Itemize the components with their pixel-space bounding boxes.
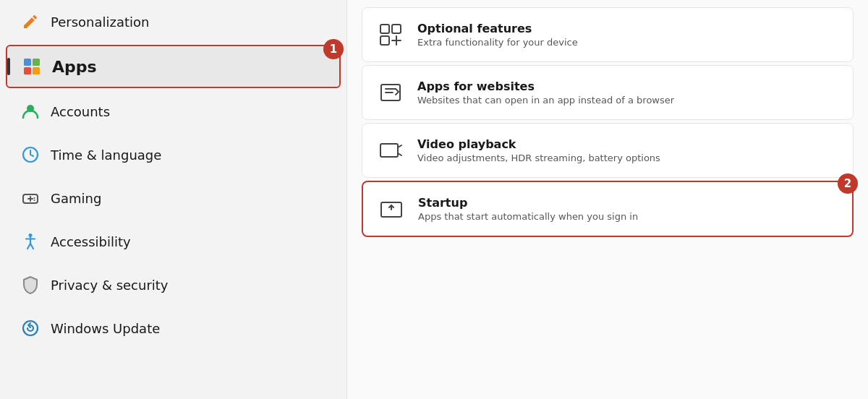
startup-title: Startup — [418, 196, 638, 210]
content-item-video-playback[interactable]: Video playback Video adjustments, HDR st… — [362, 123, 854, 178]
svg-point-10 — [34, 200, 35, 201]
svg-rect-23 — [380, 144, 398, 157]
sidebar-item-accounts[interactable]: Accounts — [6, 91, 341, 132]
sidebar-item-accessibility[interactable]: Accessibility — [6, 221, 341, 262]
sidebar-item-privacy-security[interactable]: Privacy & security — [6, 265, 341, 305]
sidebar-item-time-language-label: Time & language — [51, 147, 161, 163]
apps-for-websites-text: Apps for websites Websites that can open… — [417, 80, 674, 106]
person-icon — [20, 101, 41, 121]
sidebar-item-windows-update-label: Windows Update — [51, 321, 160, 336]
apps-for-websites-icon — [377, 79, 404, 106]
content-item-optional-features[interactable]: Optional features Extra functionality fo… — [362, 7, 854, 62]
sidebar-item-personalization-label: Personalization — [51, 14, 149, 30]
startup-badge: 2 — [838, 173, 858, 194]
sidebar: Personalization Apps 1 Accounts — [0, 0, 347, 399]
apps-icon — [22, 56, 42, 77]
shield-icon — [20, 275, 41, 295]
optional-features-subtitle: Extra functionality for your device — [417, 37, 578, 48]
sidebar-item-windows-update[interactable]: Windows Update — [6, 308, 341, 348]
sidebar-item-privacy-security-label: Privacy & security — [51, 278, 169, 293]
active-accent — [7, 58, 10, 75]
svg-rect-17 — [380, 25, 389, 33]
content-item-startup[interactable]: Startup Apps that start automatically wh… — [362, 181, 854, 237]
accessibility-icon — [20, 231, 41, 252]
apps-for-websites-title: Apps for websites — [417, 80, 674, 93]
startup-icon — [378, 195, 405, 223]
content-item-apps-for-websites[interactable]: Apps for websites Websites that can open… — [362, 65, 854, 120]
sidebar-item-personalization[interactable]: Personalization — [6, 1, 341, 42]
svg-rect-18 — [392, 25, 401, 33]
update-icon — [20, 318, 41, 338]
video-playback-subtitle: Video adjustments, HDR streaming, batter… — [417, 153, 660, 163]
video-playback-title: Video playback — [417, 137, 660, 151]
pencil-icon — [20, 12, 41, 32]
sidebar-item-accessibility-label: Accessibility — [51, 234, 131, 249]
svg-rect-19 — [380, 36, 389, 45]
sidebar-item-gaming-label: Gaming — [51, 191, 101, 206]
clock-icon — [20, 145, 41, 165]
apps-badge: 1 — [323, 39, 344, 59]
svg-rect-0 — [24, 59, 31, 66]
svg-rect-2 — [24, 67, 31, 74]
content-area: Optional features Extra functionality fo… — [347, 0, 868, 399]
svg-line-15 — [30, 244, 33, 249]
optional-features-text: Optional features Extra functionality fo… — [417, 22, 578, 48]
sidebar-item-apps[interactable]: Apps 1 — [6, 45, 341, 88]
startup-subtitle: Apps that start automatically when you s… — [418, 211, 638, 222]
optional-features-icon — [377, 21, 404, 48]
sidebar-item-apps-label: Apps — [52, 58, 97, 76]
svg-rect-3 — [33, 67, 40, 74]
optional-features-title: Optional features — [417, 22, 578, 35]
sidebar-item-gaming[interactable]: Gaming — [6, 178, 341, 218]
gaming-icon — [20, 188, 41, 208]
video-playback-icon — [377, 137, 404, 164]
video-playback-text: Video playback Video adjustments, HDR st… — [417, 137, 660, 163]
startup-text: Startup Apps that start automatically wh… — [418, 196, 638, 222]
sidebar-item-accounts-label: Accounts — [51, 104, 110, 119]
svg-rect-1 — [33, 59, 40, 66]
apps-for-websites-subtitle: Websites that can open in an app instead… — [417, 95, 674, 106]
sidebar-item-time-language[interactable]: Time & language — [6, 134, 341, 175]
svg-point-9 — [34, 197, 35, 199]
